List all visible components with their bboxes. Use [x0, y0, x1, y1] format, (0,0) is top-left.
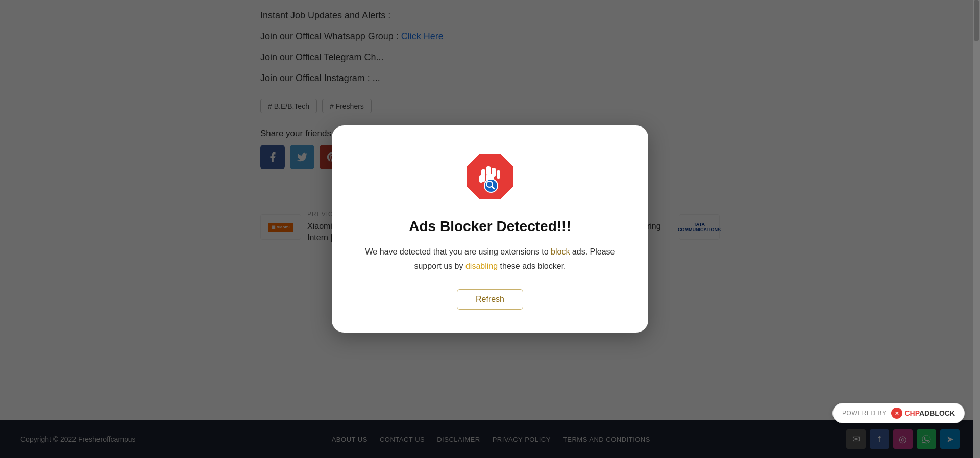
- disabling-highlight: disabling: [465, 262, 498, 270]
- modal-body: We have detected that you are using exte…: [362, 245, 618, 272]
- ads-blocker-modal: Ads Blocker Detected!!! We have detected…: [332, 125, 648, 332]
- modal-overlay: Ads Blocker Detected!!! We have detected…: [0, 0, 980, 458]
- svg-rect-5: [497, 170, 500, 179]
- modal-title: Ads Blocker Detected!!!: [362, 218, 618, 235]
- svg-rect-6: [479, 175, 483, 183]
- chp-logo-icon: ✕: [891, 408, 902, 419]
- adblock-badge: POWERED BY ✕ CHPADBLOCK: [832, 403, 965, 423]
- block-highlight: block: [551, 247, 570, 256]
- refresh-button[interactable]: Refresh: [457, 289, 523, 310]
- stop-sign-icon: [464, 151, 516, 202]
- stop-sign-container: [464, 151, 516, 204]
- svg-rect-3: [486, 166, 491, 175]
- powered-by-label: POWERED BY: [842, 410, 886, 417]
- chp-brand-first: CHPADBLOCK: [904, 409, 955, 417]
- svg-rect-4: [492, 168, 496, 177]
- chpadblock-logo: ✕ CHPADBLOCK: [891, 408, 955, 419]
